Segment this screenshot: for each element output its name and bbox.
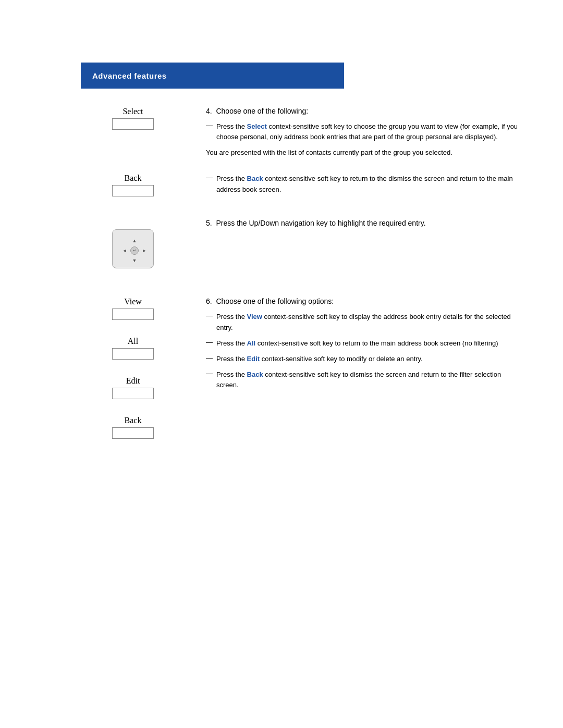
step-5-header: 5. Press the Up/Down navigation key to h…	[206, 219, 521, 227]
select-softkey-group: Select	[112, 107, 154, 130]
bullet-text-back: Press the Back context-sensitive soft ke…	[216, 369, 521, 390]
bullet-text-2: Press the Back context-sensitive soft ke…	[216, 174, 521, 194]
edit-keyword: Edit	[247, 355, 260, 363]
bullet-text-all: Press the All context-sensitive soft key…	[216, 338, 498, 349]
bullet-text-view: Press the View context-sensitive soft ke…	[216, 312, 521, 332]
view-softkey-group: View	[112, 297, 154, 320]
section-4b-left: Back	[81, 174, 185, 201]
edit-label: Edit	[126, 376, 140, 386]
nav-pad: ▲ ◄ ↵ ► ▼	[112, 229, 154, 268]
back-keyword: Back	[247, 175, 263, 182]
section-6: View All Edit Back	[0, 297, 563, 443]
header-title: Advanced features	[92, 71, 167, 80]
section-5: ▲ ◄ ↵ ► ▼ 5. Press the Up/Down navigatio…	[0, 219, 563, 279]
step-4-note: You are presented with the list of conta…	[206, 147, 521, 158]
bullet-text-edit: Press the Edit context-sensitive soft ke…	[216, 354, 423, 364]
down-arrow: ▼	[132, 258, 137, 263]
step-6-bullet-2: — Press the All context-sensitive soft k…	[206, 338, 521, 349]
step-6-bullet-4: — Press the Back context-sensitive soft …	[206, 369, 521, 390]
section-4b: Back — Press the Back context-sensitive …	[0, 174, 563, 201]
back-label-6: Back	[125, 416, 142, 425]
select-keyword: Select	[247, 122, 267, 130]
page-container: Advanced features Select 4. Choose one o…	[0, 63, 563, 728]
edit-box	[112, 388, 154, 399]
header-banner: Advanced features	[81, 63, 344, 89]
select-box	[112, 118, 154, 130]
all-label: All	[128, 337, 138, 346]
view-box	[112, 309, 154, 320]
section-4-left: Select	[81, 107, 185, 174]
left-arrow: ◄	[123, 248, 127, 253]
section-6-left: View All Edit Back	[81, 297, 185, 443]
bullet-dash: —	[206, 312, 216, 332]
step-4-header: 4. Choose one of the following:	[206, 107, 521, 115]
back-softkey-group-6: Back	[112, 416, 154, 439]
section-4: Select 4. Choose one of the following: —…	[0, 107, 563, 174]
nav-pad-inner: ▲ ◄ ↵ ► ▼	[120, 236, 146, 262]
back-softkey-group-4: Back	[112, 174, 154, 196]
step-6-bullet-1: — Press the View context-sensitive soft …	[206, 312, 521, 332]
right-arrow: ►	[142, 248, 147, 253]
all-box	[112, 348, 154, 360]
section-5-right: 5. Press the Up/Down navigation key to h…	[185, 219, 521, 279]
section-4b-right: — Press the Back context-sensitive soft …	[185, 174, 521, 201]
step-6-bullet-3: — Press the Edit context-sensitive soft …	[206, 354, 521, 364]
bullet-dash: —	[206, 338, 216, 349]
edit-softkey-group: Edit	[112, 376, 154, 399]
select-label: Select	[123, 107, 143, 116]
bullet-dash: —	[206, 121, 216, 142]
step-4-bullet-2: — Press the Back context-sensitive soft …	[206, 174, 521, 194]
bullet-text: Press the Select context-sensitive soft …	[216, 121, 521, 142]
bullet-dash-2: —	[206, 174, 216, 194]
bullet-dash: —	[206, 354, 216, 364]
section-4-right: 4. Choose one of the following: — Press …	[185, 107, 521, 174]
back-box-4	[112, 185, 154, 196]
back-box-6	[112, 427, 154, 439]
section-6-right: 6. Choose one of the following options: …	[185, 297, 521, 443]
view-label: View	[124, 297, 142, 306]
multi-softkey-group: View All Edit Back	[112, 297, 154, 443]
step-4-bullet-1: — Press the Select context-sensitive sof…	[206, 121, 521, 142]
bullet-dash: —	[206, 369, 216, 390]
updown-keyword: Up/Down	[249, 219, 279, 227]
step-5-item: 5. Press the Up/Down navigation key to h…	[206, 219, 521, 227]
section-5-left: ▲ ◄ ↵ ► ▼	[81, 219, 185, 279]
up-arrow: ▲	[132, 238, 137, 243]
center-button: ↵	[130, 246, 139, 255]
all-keyword: All	[247, 339, 256, 347]
all-softkey-group: All	[112, 337, 154, 360]
back-label-4: Back	[125, 174, 142, 183]
step-6-header: 6. Choose one of the following options:	[206, 297, 521, 305]
step-6-item: 6. Choose one of the following options: …	[206, 297, 521, 390]
view-keyword: View	[247, 313, 262, 320]
back-keyword-6: Back	[247, 371, 263, 378]
step-4-item: 4. Choose one of the following: — Press …	[206, 107, 521, 158]
